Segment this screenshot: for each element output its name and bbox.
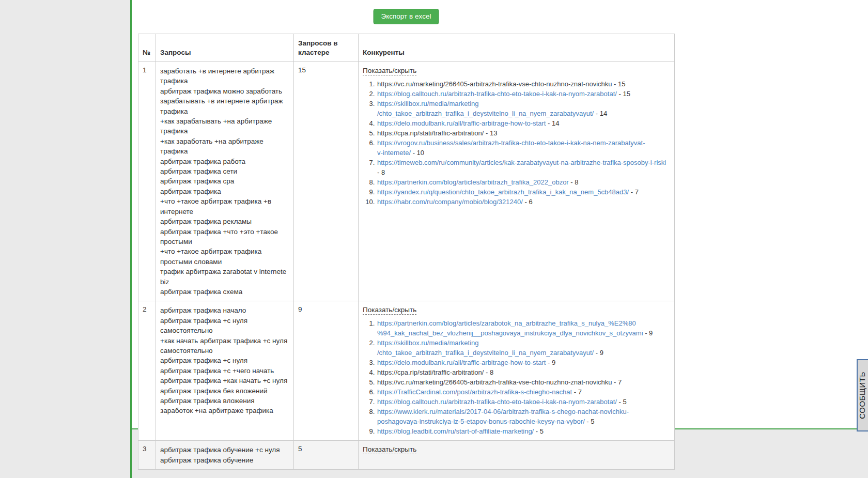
competitor-item: https://blog.leadbit.com/ru/start-of-aff… [377,426,670,436]
query-text: арбитраж трафика +с нуля [160,356,289,365]
competitor-count: - 8 [377,168,385,176]
query-text: арбитраж трафика +с +чего начать [160,366,289,376]
competitor-link[interactable]: https://blog.leadbit.com/ru/start-of-aff… [377,427,534,435]
competitor-item: https://vc.ru/marketing/266405-arbitrazh… [377,79,670,89]
competitor-link[interactable]: https://skillbox.ru/media/marketing /cht… [377,339,594,357]
competitor-link[interactable]: https://vc.ru/marketing/266405-arbitrazh… [377,80,612,88]
query-text: арбитраж трафика без вложений [160,386,289,396]
query-text: +как заработать +на арбитраже трафика [160,136,289,157]
competitors-cell: Показать/скрыть https://partnerkin.com/b… [359,301,675,441]
query-text: +как зарабатывать +на арбитраже трафика [160,116,289,136]
row-number: 2 [138,301,156,441]
competitor-link[interactable]: https://blog.calltouch.ru/arbitrazh-traf… [377,398,617,406]
clusters-table: № Запросы Запросов в кластере Конкуренты… [138,34,675,470]
competitor-link[interactable]: https://partnerkin.com/blog/articles/zar… [377,319,643,337]
query-text: арбитраж трафика схема [160,287,289,297]
queries-cell: арбитраж трафика обучение +с нуляарбитра… [156,441,294,470]
competitor-count: - 5 [585,418,595,425]
query-text: трафик арбитража zarabotat v internete b… [160,267,289,287]
toggle-competitors-link[interactable]: Показать/скрыть [363,67,416,75]
query-text: арбитраж трафика cpa [160,176,289,186]
competitor-item: https://partnerkin.com/blog/articles/zar… [377,318,670,338]
query-text: арбитраж трафика рекламы [160,217,289,226]
competitor-count: - 8 [484,368,493,376]
cluster-count-cell: 5 [294,441,359,470]
table-header-row: № Запросы Запросов в кластере Конкуренты [138,34,675,62]
competitor-item: https://blog.calltouch.ru/arbitrazh-traf… [377,397,670,407]
table-row: 1 заработать +в интернете арбитраж трафи… [138,62,675,301]
content-left-border [130,0,132,478]
query-text: арбитраж трафика [160,187,289,196]
competitor-link[interactable]: https://partnerkin.com/blog/articles/arb… [377,178,569,186]
export-excel-button[interactable]: Экспорт в excel [374,9,439,24]
competitors-list: https://vc.ru/marketing/266405-arbitrazh… [363,79,670,207]
query-text: арбитраж трафика работа [160,157,289,166]
row-number: 1 [138,62,156,301]
competitor-count: - 15 [612,80,626,88]
competitor-count: - 5 [534,427,544,435]
competitor-count: - 9 [546,359,555,366]
competitor-count: - 9 [643,329,653,337]
toggle-competitors-link[interactable]: Показать/скрыть [363,445,416,454]
toggle-competitors-link[interactable]: Показать/скрыть [363,306,416,315]
competitor-count: - 8 [569,178,579,186]
query-text: арбитраж трафика обучение [160,455,289,465]
report-feedback-tab[interactable]: СООБЩИТЬ [857,359,868,431]
query-text: заработать +в интернете арбитраж трафика [160,66,289,86]
row-number: 3 [138,441,156,470]
query-text: арбитраж трафика +что +это +такое просты… [160,227,289,247]
query-text: арбитраж трафика +как начать +с нуля [160,376,289,386]
competitor-link[interactable]: https://blog.calltouch.ru/arbitrazh-traf… [377,90,617,98]
competitor-count: - 13 [484,129,497,137]
competitor-item: https://timeweb.com/ru/community/article… [377,158,670,177]
competitor-item: https://habr.com/ru/company/mobio/blog/3… [377,197,670,207]
query-text: арбитраж трафика +с нуля самостоятельно [160,316,289,336]
competitors-list: https://partnerkin.com/blog/articles/zar… [363,318,670,436]
competitor-item: https://blog.calltouch.ru/arbitrazh-traf… [377,89,670,99]
competitor-count: - 15 [617,90,630,98]
competitor-count: - 5 [617,398,627,406]
query-text: заработок +на арбитраже трафика [160,406,289,415]
query-text: арбитраж трафика начало [160,305,289,315]
competitor-link[interactable]: https://cpa.rip/stati/traffic-arbitratio… [377,368,484,376]
competitor-item: https://TrafficCardinal.com/post/arbitra… [377,387,670,397]
competitor-item: https://delo.modulbank.ru/all/traffic-ar… [377,358,670,367]
header-cluster-count: Запросов в кластере [294,34,359,62]
competitor-item: https://vrogov.ru/business/sales/arbitra… [377,138,670,158]
competitor-count: - 10 [411,149,424,157]
queries-cell: арбитраж трафика началоарбитраж трафика … [156,301,294,441]
query-text: арбитраж трафика обучение +с нуля [160,445,289,455]
competitor-count: - 14 [546,119,559,127]
competitor-link[interactable]: https://habr.com/ru/company/mobio/blog/3… [377,198,523,206]
competitor-link[interactable]: https://skillbox.ru/media/marketing /cht… [377,100,594,117]
competitor-link[interactable]: https://cpa.rip/stati/traffic-arbitratio… [377,129,484,137]
competitor-link[interactable]: https://vc.ru/marketing/266405-arbitrazh… [377,378,612,386]
competitor-count: - 7 [572,388,582,396]
query-text: +как начать арбитраж трафика +с нуля сам… [160,336,289,356]
competitor-count: - 14 [594,110,607,117]
competitor-item: https://delo.modulbank.ru/all/traffic-ar… [377,118,670,128]
competitor-link[interactable]: https://delo.modulbank.ru/all/traffic-ar… [377,119,546,127]
query-text: +что +такое арбитраж трафика простыми сл… [160,246,289,267]
cluster-count-cell: 15 [294,62,359,301]
competitor-item: https://cpa.rip/stati/traffic-arbitratio… [377,367,670,377]
competitor-count: - 6 [523,198,533,206]
report-feedback-label: СООБЩИТЬ [857,359,867,431]
query-text: +что +такое арбитраж трафика +в интернет… [160,196,289,217]
queries-cell: заработать +в интернете арбитраж трафика… [156,62,294,301]
competitor-count: - 7 [612,378,622,386]
competitor-link[interactable]: https://yandex.ru/q/question/chto_takoe_… [377,188,629,196]
competitors-cell: Показать/скрыть https://vc.ru/marketing/… [359,62,675,301]
competitor-count: - 9 [594,349,603,357]
competitor-item: https://skillbox.ru/media/marketing /cht… [377,338,670,358]
competitor-link[interactable]: https://delo.modulbank.ru/all/traffic-ar… [377,359,546,366]
competitor-link[interactable]: https://timeweb.com/ru/community/article… [377,159,666,166]
competitor-count: - 7 [629,188,639,196]
query-text: арбитраж трафика сети [160,166,289,176]
competitor-link[interactable]: https://TrafficCardinal.com/post/arbitra… [377,388,572,396]
header-queries: Запросы [156,34,294,62]
query-text: арбитраж трафика можно заработать [160,86,289,96]
competitor-item: https://cpa.rip/stati/traffic-arbitratio… [377,128,670,138]
cluster-count-cell: 9 [294,301,359,441]
query-text: арбитраж трафика вложения [160,396,289,406]
